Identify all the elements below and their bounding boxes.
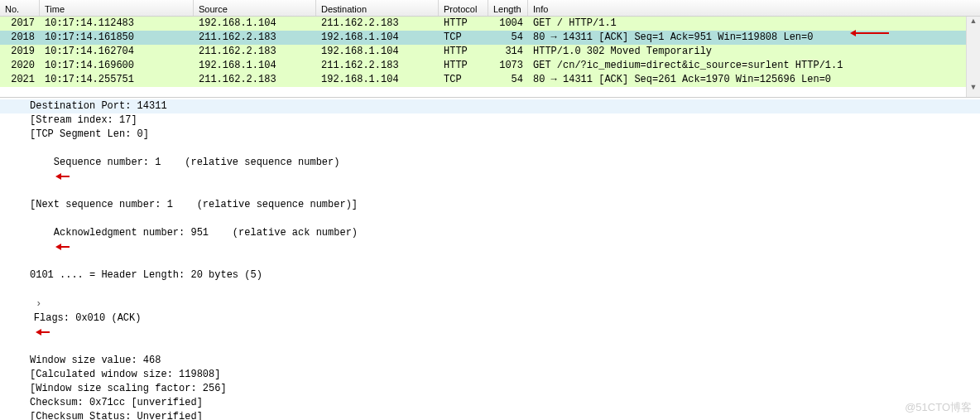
pkt-source: 211.162.2.183: [194, 45, 316, 59]
pkt-length: 54: [488, 31, 528, 45]
field-checksum-status[interactable]: [Checksum Status: Unverified]: [0, 410, 980, 420]
field-next-sequence-number[interactable]: [Next sequence number: 1 (relative seque…: [0, 198, 980, 212]
pkt-source: 211.162.2.183: [194, 31, 316, 45]
scroll-down-icon[interactable]: ▼: [967, 83, 980, 97]
pkt-info: GET / HTTP/1.1: [528, 17, 980, 31]
field-ack-text: Acknowledgment number: 951 (relative ack…: [54, 227, 358, 239]
field-stream-index[interactable]: [Stream index: 17]: [0, 113, 980, 128]
pkt-info: 80 → 14311 [ACK] Seq=261 Ack=1970 Win=12…: [528, 73, 980, 87]
field-tcp-segment-len[interactable]: [TCP Segment Len: 0]: [0, 128, 980, 142]
packet-list-pane: No. Time Source Destination Protocol Len…: [0, 0, 980, 98]
col-header-destination[interactable]: Destination: [316, 0, 439, 16]
field-flags-text: Flags: 0x010 (ACK): [34, 312, 142, 324]
pkt-length: 54: [488, 73, 528, 87]
annotation-arrow-icon: [37, 331, 50, 333]
pkt-protocol: HTTP: [439, 17, 488, 31]
pkt-source: 192.168.1.104: [194, 17, 316, 31]
table-row[interactable]: 201710:17:14.112483192.168.1.104211.162.…: [0, 17, 980, 31]
pkt-protocol: TCP: [439, 73, 488, 87]
packet-list-header: No. Time Source Destination Protocol Len…: [0, 0, 980, 17]
pkt-no: 2017: [0, 17, 40, 31]
field-acknowledgment-number[interactable]: Acknowledgment number: 951 (relative ack…: [0, 212, 980, 268]
watermark: @51CTO博客: [905, 400, 972, 415]
pkt-info: GET /cn/?ic_medium=direct&ic_source=surl…: [528, 59, 980, 73]
pkt-length: 1004: [488, 17, 528, 31]
pkt-time: 10:17:14.112483: [40, 17, 194, 31]
table-row[interactable]: 202010:17:14.169600192.168.1.104211.162.…: [0, 59, 980, 73]
expand-icon[interactable]: ›: [34, 297, 44, 311]
pkt-destination: 192.168.1.104: [316, 45, 439, 59]
pkt-no: 2020: [0, 59, 40, 73]
vertical-scrollbar[interactable]: ▲ ▼: [966, 17, 980, 97]
col-header-time[interactable]: Time: [40, 0, 194, 16]
field-checksum[interactable]: Checksum: 0x71cc [unverified]: [0, 396, 980, 410]
pkt-time: 10:17:14.161850: [40, 31, 194, 45]
pkt-protocol: TCP: [439, 31, 488, 45]
pkt-info: 80 → 14311 [ACK] Seq=1 Ack=951 Win=11980…: [528, 31, 980, 45]
pkt-no: 2018: [0, 31, 40, 45]
pkt-length: 1073: [488, 59, 528, 73]
scroll-up-icon[interactable]: ▲: [967, 17, 980, 31]
col-header-info[interactable]: Info: [528, 0, 980, 16]
field-window-size[interactable]: Window size value: 468: [0, 354, 980, 368]
table-row[interactable]: 202110:17:14.255751211.162.2.183192.168.…: [0, 73, 980, 87]
pkt-destination: 192.168.1.104: [316, 73, 439, 87]
pkt-destination: 211.162.2.183: [316, 17, 439, 31]
field-destination-port[interactable]: Destination Port: 14311: [0, 99, 980, 113]
field-header-length[interactable]: 0101 .... = Header Length: 20 bytes (5): [0, 268, 980, 282]
pkt-time: 10:17:14.255751: [40, 73, 194, 87]
scroll-track[interactable]: [967, 31, 980, 83]
pkt-time: 10:17:14.162704: [40, 45, 194, 59]
pkt-destination: 192.168.1.104: [316, 31, 439, 45]
col-header-source[interactable]: Source: [194, 0, 316, 16]
pkt-protocol: HTTP: [439, 59, 488, 73]
table-row[interactable]: 201810:17:14.161850211.162.2.183192.168.…: [0, 31, 980, 45]
pkt-protocol: HTTP: [439, 45, 488, 59]
field-calculated-window-size[interactable]: [Calculated window size: 119808]: [0, 368, 980, 382]
table-row[interactable]: 201910:17:14.162704211.162.2.183192.168.…: [0, 45, 980, 59]
packet-details-pane: Destination Port: 14311 [Stream index: 1…: [0, 98, 980, 420]
pkt-no: 2019: [0, 45, 40, 59]
annotation-arrow-icon: [57, 246, 70, 248]
pkt-source: 211.162.2.183: [194, 73, 316, 87]
col-header-no[interactable]: No.: [0, 0, 40, 16]
pkt-no: 2021: [0, 73, 40, 87]
pkt-destination: 211.162.2.183: [316, 59, 439, 73]
pkt-source: 192.168.1.104: [194, 59, 316, 73]
annotation-arrow-icon: [852, 32, 889, 34]
field-seq-text: Sequence number: 1 (relative sequence nu…: [54, 157, 340, 168]
field-flags[interactable]: › Flags: 0x010 (ACK): [0, 282, 980, 354]
pkt-time: 10:17:14.169600: [40, 59, 194, 73]
annotation-arrow-icon: [57, 176, 70, 177]
col-header-protocol[interactable]: Protocol: [439, 0, 488, 16]
packet-rows: 201710:17:14.112483192.168.1.104211.162.…: [0, 17, 980, 87]
field-window-scaling-factor[interactable]: [Window size scaling factor: 256]: [0, 382, 980, 396]
pkt-info: HTTP/1.0 302 Moved Temporarily: [528, 45, 980, 59]
col-header-length[interactable]: Length: [488, 0, 528, 16]
field-sequence-number[interactable]: Sequence number: 1 (relative sequence nu…: [0, 142, 980, 198]
pkt-length: 314: [488, 45, 528, 59]
